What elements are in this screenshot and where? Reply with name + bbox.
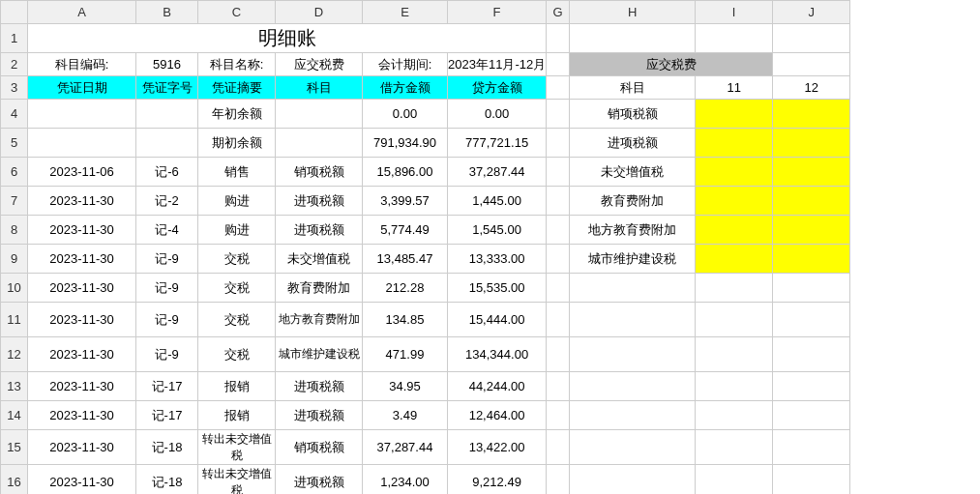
row-header[interactable]: 4: [1, 100, 28, 129]
cell[interactable]: 791,934.90: [363, 129, 448, 158]
cell[interactable]: 2023-11-30: [28, 187, 136, 216]
cell[interactable]: [547, 53, 570, 76]
cell[interactable]: [773, 53, 850, 76]
side-value[interactable]: [773, 245, 850, 274]
cell[interactable]: [547, 372, 570, 401]
cell[interactable]: 2023-11-30: [28, 430, 136, 465]
cell[interactable]: [136, 129, 198, 158]
period-value[interactable]: 2023年11月-12月: [448, 53, 547, 76]
side-header-month[interactable]: 11: [696, 76, 773, 100]
cell[interactable]: 13,333.00: [448, 245, 547, 274]
cell[interactable]: [547, 401, 570, 430]
cell[interactable]: 报销: [198, 372, 276, 401]
main-header[interactable]: 凭证日期: [28, 76, 136, 100]
name-value[interactable]: 应交税费: [276, 53, 363, 76]
spreadsheet[interactable]: A B C D E F G H I J 1 明细账 2 科目编码: 5916 科…: [0, 0, 980, 494]
cell[interactable]: 1,545.00: [448, 216, 547, 245]
cell[interactable]: 1,445.00: [448, 187, 547, 216]
cell[interactable]: 15,535.00: [448, 274, 547, 303]
cell[interactable]: 交税: [198, 274, 276, 303]
side-item[interactable]: 教育费附加: [570, 187, 696, 216]
col-header[interactable]: I: [696, 1, 773, 24]
cell[interactable]: 记-18: [136, 430, 198, 465]
cell[interactable]: 未交增值税: [276, 245, 363, 274]
col-header[interactable]: D: [276, 1, 363, 24]
cell[interactable]: 12,464.00: [448, 401, 547, 430]
cell[interactable]: 城市维护建设税: [276, 337, 363, 372]
name-label[interactable]: 科目名称:: [198, 53, 276, 76]
cell[interactable]: [547, 245, 570, 274]
main-header[interactable]: 借方金额: [363, 76, 448, 100]
cell[interactable]: 记-9: [136, 303, 198, 337]
col-header[interactable]: E: [363, 1, 448, 24]
col-header[interactable]: C: [198, 1, 276, 24]
cell[interactable]: 15,896.00: [363, 158, 448, 187]
cell[interactable]: 期初余额: [198, 129, 276, 158]
cell[interactable]: 2023-11-30: [28, 401, 136, 430]
cell[interactable]: 销项税额: [276, 158, 363, 187]
cell[interactable]: [136, 100, 198, 129]
col-header[interactable]: A: [28, 1, 136, 24]
side-value[interactable]: [696, 216, 773, 245]
cell[interactable]: 13,422.00: [448, 430, 547, 465]
side-header-month[interactable]: 12: [773, 76, 850, 100]
cell[interactable]: 记-18: [136, 465, 198, 495]
main-header[interactable]: 科目: [276, 76, 363, 100]
cell[interactable]: 134,344.00: [448, 337, 547, 372]
select-all-corner[interactable]: [1, 1, 28, 24]
cell[interactable]: [547, 274, 570, 303]
main-header[interactable]: 贷方金额: [448, 76, 547, 100]
cell[interactable]: 2023-11-30: [28, 372, 136, 401]
cell[interactable]: [696, 24, 773, 53]
side-value[interactable]: [773, 216, 850, 245]
cell[interactable]: [547, 158, 570, 187]
cell[interactable]: [773, 372, 850, 401]
cell[interactable]: 134.85: [363, 303, 448, 337]
cell[interactable]: 记-6: [136, 158, 198, 187]
cell[interactable]: 记-2: [136, 187, 198, 216]
cell[interactable]: 2023-11-30: [28, 274, 136, 303]
cell[interactable]: [773, 303, 850, 337]
code-value[interactable]: 5916: [136, 53, 198, 76]
side-header-subject[interactable]: 科目: [570, 76, 696, 100]
row-header[interactable]: 15: [1, 430, 28, 465]
cell[interactable]: 5,774.49: [363, 216, 448, 245]
cell[interactable]: 2023-11-30: [28, 303, 136, 337]
cell[interactable]: [570, 337, 696, 372]
cell[interactable]: 教育费附加: [276, 274, 363, 303]
cell[interactable]: 2023-11-30: [28, 337, 136, 372]
cell[interactable]: [547, 430, 570, 465]
cell[interactable]: [570, 430, 696, 465]
row-header[interactable]: 3: [1, 76, 28, 100]
cell[interactable]: [696, 303, 773, 337]
col-header[interactable]: J: [773, 1, 850, 24]
cell[interactable]: 2023-11-30: [28, 216, 136, 245]
cell[interactable]: [773, 337, 850, 372]
cell[interactable]: [547, 129, 570, 158]
cell[interactable]: 报销: [198, 401, 276, 430]
worksheet-grid[interactable]: A B C D E F G H I J 1 明细账 2 科目编码: 5916 科…: [0, 0, 850, 494]
cell[interactable]: 销售: [198, 158, 276, 187]
side-item[interactable]: 销项税额: [570, 100, 696, 129]
side-item[interactable]: 未交增值税: [570, 158, 696, 187]
cell[interactable]: 进项税额: [276, 372, 363, 401]
side-value[interactable]: [696, 158, 773, 187]
cell[interactable]: 进项税额: [276, 465, 363, 495]
side-value[interactable]: [773, 158, 850, 187]
cell[interactable]: [570, 372, 696, 401]
cell[interactable]: 购进: [198, 216, 276, 245]
side-value[interactable]: [773, 100, 850, 129]
row-header[interactable]: 6: [1, 158, 28, 187]
cell[interactable]: 13,485.47: [363, 245, 448, 274]
period-label[interactable]: 会计期间:: [363, 53, 448, 76]
side-value[interactable]: [696, 129, 773, 158]
cell[interactable]: [570, 465, 696, 495]
cell[interactable]: [696, 401, 773, 430]
cell[interactable]: 销项税额: [276, 430, 363, 465]
cell[interactable]: [547, 24, 570, 53]
cell[interactable]: [696, 430, 773, 465]
cell[interactable]: 1,234.00: [363, 465, 448, 495]
cell[interactable]: [547, 216, 570, 245]
cell[interactable]: [570, 274, 696, 303]
col-header[interactable]: G: [547, 1, 570, 24]
